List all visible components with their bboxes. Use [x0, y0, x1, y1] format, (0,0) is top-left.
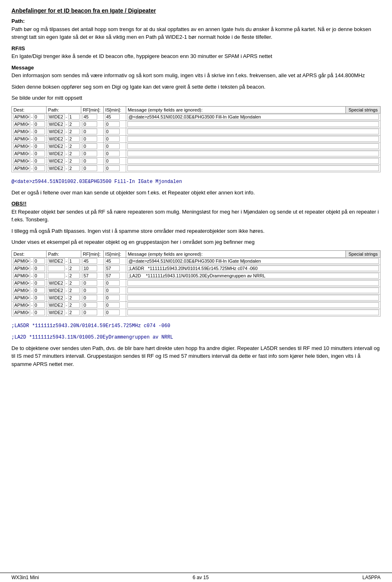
special-strings-button-2[interactable]: Special strings — [345, 250, 381, 258]
dest-num-input[interactable] — [33, 121, 45, 127]
path-num-input[interactable] — [68, 114, 80, 120]
path-num-input[interactable] — [68, 273, 80, 279]
dest-num-input[interactable] — [33, 265, 45, 271]
rf-input[interactable] — [82, 265, 97, 271]
path-num-input[interactable] — [68, 280, 80, 286]
dest-num-input[interactable] — [33, 136, 45, 142]
msg-input[interactable] — [127, 273, 379, 279]
path-input[interactable] — [48, 302, 65, 308]
dest-num-input[interactable] — [33, 295, 45, 301]
path-input[interactable] — [48, 165, 65, 171]
path-input[interactable] — [48, 129, 65, 134]
special-strings-button-1[interactable]: Special strings — [345, 106, 381, 114]
msg-input[interactable] — [127, 265, 379, 271]
dest-input[interactable] — [13, 143, 30, 149]
rf-input[interactable] — [82, 121, 97, 127]
path-input[interactable] — [48, 288, 65, 293]
path-input[interactable] — [48, 136, 65, 142]
msg-input[interactable] — [127, 151, 379, 156]
dest-input[interactable] — [13, 310, 30, 315]
dest-input[interactable] — [13, 273, 30, 279]
is-input[interactable] — [105, 158, 120, 164]
dest-num-input[interactable] — [33, 310, 45, 315]
rf-input[interactable] — [82, 288, 97, 293]
rf-input[interactable] — [82, 114, 97, 120]
msg-input[interactable] — [127, 280, 379, 286]
path-num-input[interactable] — [68, 121, 80, 127]
rf-input[interactable] — [82, 310, 97, 315]
dest-num-input[interactable] — [33, 302, 45, 308]
path-num-input[interactable] — [68, 302, 80, 308]
msg-input[interactable] — [127, 295, 379, 301]
dest-num-input[interactable] — [33, 165, 45, 171]
path-input[interactable] — [48, 114, 65, 120]
rf-input[interactable] — [82, 302, 97, 308]
path-input[interactable] — [48, 273, 65, 279]
path-num-input[interactable] — [68, 288, 80, 293]
msg-input[interactable] — [127, 288, 379, 293]
path-input[interactable] — [48, 151, 65, 156]
is-input[interactable] — [105, 136, 120, 142]
path-num-input[interactable] — [68, 143, 80, 149]
is-input[interactable] — [105, 310, 120, 315]
rf-input[interactable] — [82, 136, 97, 142]
path-num-input[interactable] — [68, 295, 80, 301]
dest-input[interactable] — [13, 265, 30, 271]
path-num-input[interactable] — [68, 151, 80, 156]
rf-input[interactable] — [82, 280, 97, 286]
is-input[interactable] — [105, 295, 120, 301]
is-input[interactable] — [105, 129, 120, 134]
dest-input[interactable] — [13, 129, 30, 134]
rf-input[interactable] — [82, 158, 97, 164]
rf-input[interactable] — [82, 143, 97, 149]
dest-input[interactable] — [13, 158, 30, 164]
rf-input[interactable] — [82, 295, 97, 301]
dest-input[interactable] — [13, 295, 30, 301]
msg-input[interactable] — [127, 136, 379, 142]
path-num-input[interactable] — [68, 129, 80, 134]
dest-num-input[interactable] — [33, 151, 45, 156]
msg-input[interactable] — [127, 114, 379, 120]
msg-input[interactable] — [127, 302, 379, 308]
msg-input[interactable] — [127, 129, 379, 134]
path-num-input[interactable] — [68, 258, 80, 264]
rf-input[interactable] — [82, 151, 97, 156]
is-input[interactable] — [105, 288, 120, 293]
path-input[interactable] — [48, 258, 65, 264]
dest-num-input[interactable] — [33, 280, 45, 286]
path-num-input[interactable] — [68, 310, 80, 315]
msg-input[interactable] — [127, 158, 379, 164]
path-num-input[interactable] — [68, 165, 80, 171]
is-input[interactable] — [105, 121, 120, 127]
dest-input[interactable] — [13, 165, 30, 171]
dest-num-input[interactable] — [33, 273, 45, 279]
rf-input[interactable] — [82, 273, 97, 279]
path-input[interactable] — [48, 143, 65, 149]
is-input[interactable] — [105, 143, 120, 149]
dest-input[interactable] — [13, 302, 30, 308]
msg-input[interactable] — [127, 258, 379, 264]
path-num-input[interactable] — [68, 136, 80, 142]
msg-input[interactable] — [127, 121, 379, 127]
msg-input[interactable] — [127, 143, 379, 149]
dest-input[interactable] — [13, 121, 30, 127]
is-input[interactable] — [105, 273, 120, 279]
rf-input[interactable] — [82, 165, 97, 171]
dest-num-input[interactable] — [33, 158, 45, 164]
dest-input[interactable] — [13, 280, 30, 286]
is-input[interactable] — [105, 114, 120, 120]
path-input[interactable] — [48, 158, 65, 164]
dest-input[interactable] — [13, 151, 30, 156]
dest-num-input[interactable] — [33, 258, 45, 264]
dest-num-input[interactable] — [33, 129, 45, 134]
dest-num-input[interactable] — [33, 288, 45, 293]
is-input[interactable] — [105, 165, 120, 171]
rf-input[interactable] — [82, 258, 97, 264]
path-input[interactable] — [48, 280, 65, 286]
path-num-input[interactable] — [68, 158, 80, 164]
is-input[interactable] — [105, 302, 120, 308]
is-input[interactable] — [105, 151, 120, 156]
path-num-input[interactable] — [68, 265, 80, 271]
dest-num-input[interactable] — [33, 143, 45, 149]
msg-input[interactable] — [127, 165, 379, 171]
